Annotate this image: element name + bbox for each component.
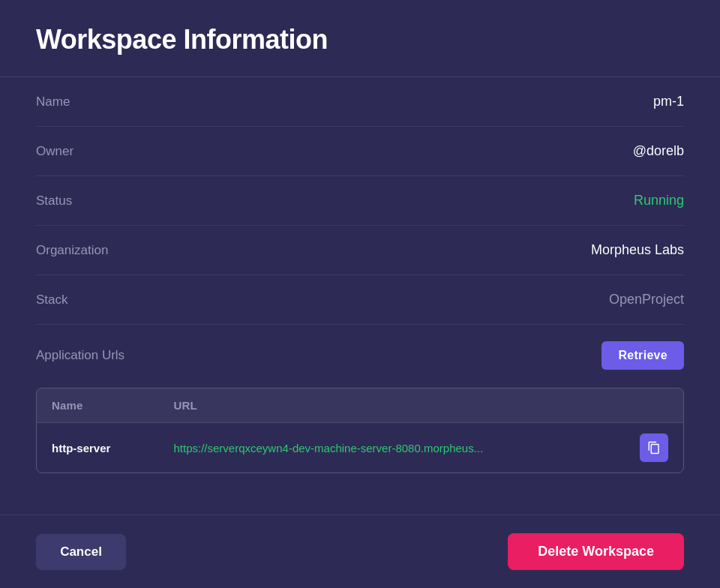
status-row: Status Running (36, 176, 684, 226)
table-cell-name: http-server (37, 423, 158, 473)
urls-table-container: Name URL http-serverhttps://serverqxceyw… (36, 388, 684, 473)
modal-title: Workspace Information (36, 24, 684, 56)
retrieve-button[interactable]: Retrieve (602, 341, 684, 370)
stack-label: Stack (36, 292, 68, 308)
table-row: http-serverhttps://serverqxceywn4-dev-ma… (37, 423, 683, 473)
organization-label: Organization (36, 243, 108, 258)
stack-row: Stack OpenProject (36, 275, 684, 325)
table-header-row: Name URL (37, 388, 683, 423)
name-label: Name (36, 94, 70, 110)
modal-header: Workspace Information (0, 0, 720, 77)
organization-row: Organization Morpheus Labs (36, 226, 684, 275)
name-row: Name pm-1 (36, 77, 684, 127)
stack-value: OpenProject (609, 292, 684, 308)
modal-body: Name pm-1 Owner @dorelb Status Running O… (0, 77, 720, 514)
owner-label: Owner (36, 144, 74, 159)
organization-value: Morpheus Labs (591, 242, 684, 258)
col-header-name: Name (37, 388, 158, 423)
delete-workspace-button[interactable]: Delete Workspace (508, 533, 684, 570)
application-urls-row: Application Urls Retrieve Name URL http-… (36, 325, 684, 490)
urls-table: Name URL http-serverhttps://serverqxceyw… (37, 388, 683, 472)
copy-url-button[interactable] (640, 434, 668, 462)
cancel-button[interactable]: Cancel (36, 534, 126, 570)
name-value: pm-1 (653, 94, 684, 110)
modal-footer: Cancel Delete Workspace (0, 514, 720, 588)
owner-value: @dorelb (633, 143, 684, 159)
workspace-info-modal: Workspace Information Name pm-1 Owner @d… (0, 0, 720, 588)
table-cell-url: https://serverqxceywn4-dev-machine-serve… (158, 423, 625, 473)
application-urls-label: Application Urls (36, 348, 124, 363)
application-urls-header: Application Urls Retrieve (36, 341, 684, 370)
status-label: Status (36, 194, 72, 208)
col-header-url: URL (158, 388, 625, 423)
owner-row: Owner @dorelb (36, 127, 684, 176)
status-value: Running (634, 193, 684, 208)
table-cell-action (625, 423, 683, 473)
url-link[interactable]: https://serverqxceywn4-dev-machine-serve… (173, 442, 483, 454)
